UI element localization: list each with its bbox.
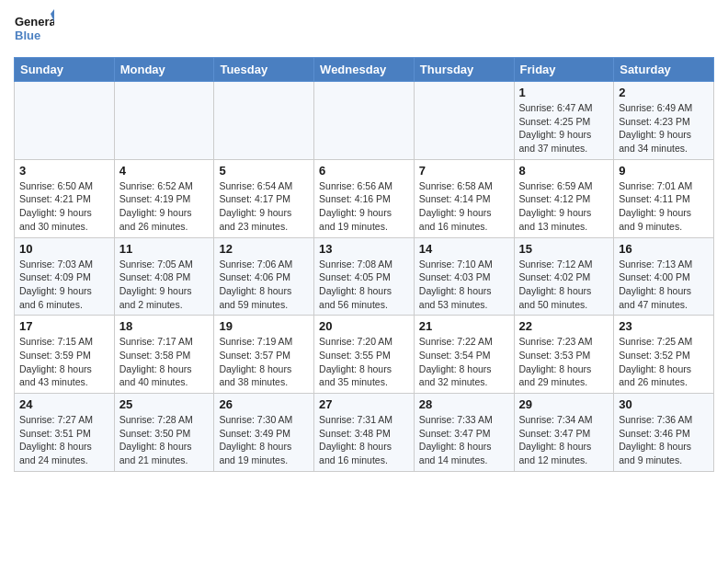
calendar-cell: 24Sunrise: 7:27 AM Sunset: 3:51 PM Dayli… — [15, 394, 115, 472]
day-info: Sunrise: 7:15 AM Sunset: 3:59 PM Dayligh… — [19, 335, 109, 389]
day-number: 29 — [519, 397, 609, 411]
day-info: Sunrise: 7:17 AM Sunset: 3:58 PM Dayligh… — [119, 335, 210, 389]
calendar-week-5: 24Sunrise: 7:27 AM Sunset: 3:51 PM Dayli… — [15, 394, 714, 472]
day-number: 14 — [419, 242, 509, 256]
calendar-week-2: 3Sunrise: 6:50 AM Sunset: 4:21 PM Daylig… — [15, 159, 714, 237]
day-number: 28 — [419, 397, 509, 411]
calendar-header-row: SundayMondayTuesdayWednesdayThursdayFrid… — [15, 58, 714, 82]
calendar-cell: 28Sunrise: 7:33 AM Sunset: 3:47 PM Dayli… — [414, 394, 514, 472]
day-info: Sunrise: 6:56 AM Sunset: 4:16 PM Dayligh… — [319, 179, 409, 234]
calendar-cell: 8Sunrise: 6:59 AM Sunset: 4:12 PM Daylig… — [514, 159, 614, 237]
day-number: 22 — [519, 319, 609, 333]
day-number: 8 — [519, 164, 609, 178]
day-number: 4 — [119, 164, 210, 178]
calendar-cell — [214, 82, 314, 160]
day-info: Sunrise: 7:19 AM Sunset: 3:57 PM Dayligh… — [219, 335, 309, 389]
day-info: Sunrise: 7:08 AM Sunset: 4:05 PM Dayligh… — [319, 258, 409, 312]
day-number: 1 — [519, 86, 609, 99]
calendar-cell: 3Sunrise: 6:50 AM Sunset: 4:21 PM Daylig… — [15, 159, 115, 237]
day-info: Sunrise: 6:50 AM Sunset: 4:21 PM Dayligh… — [19, 179, 109, 234]
day-info: Sunrise: 6:54 AM Sunset: 4:17 PM Dayligh… — [219, 179, 309, 234]
day-number: 15 — [519, 242, 609, 256]
calendar-cell: 25Sunrise: 7:28 AM Sunset: 3:50 PM Dayli… — [114, 394, 214, 472]
calendar-cell: 2Sunrise: 6:49 AM Sunset: 4:23 PM Daylig… — [614, 82, 714, 160]
calendar-cell: 21Sunrise: 7:22 AM Sunset: 3:54 PM Dayli… — [414, 316, 514, 394]
calendar-cell: 9Sunrise: 7:01 AM Sunset: 4:11 PM Daylig… — [614, 159, 714, 237]
day-info: Sunrise: 7:20 AM Sunset: 3:55 PM Dayligh… — [319, 335, 409, 389]
calendar-cell: 11Sunrise: 7:05 AM Sunset: 4:08 PM Dayli… — [114, 237, 214, 316]
calendar-cell — [414, 82, 514, 160]
day-info: Sunrise: 7:23 AM Sunset: 3:53 PM Dayligh… — [519, 335, 609, 389]
calendar-cell — [114, 82, 214, 160]
day-info: Sunrise: 7:13 AM Sunset: 4:00 PM Dayligh… — [619, 258, 709, 312]
day-info: Sunrise: 6:49 AM Sunset: 4:23 PM Dayligh… — [619, 101, 709, 155]
day-info: Sunrise: 7:34 AM Sunset: 3:47 PM Dayligh… — [519, 413, 609, 467]
calendar-cell: 1Sunrise: 6:47 AM Sunset: 4:25 PM Daylig… — [514, 82, 614, 160]
calendar-cell: 6Sunrise: 6:56 AM Sunset: 4:16 PM Daylig… — [314, 159, 415, 237]
page-container: General Blue SundayMondayTuesdayWednesda… — [0, 0, 728, 481]
day-number: 23 — [619, 319, 709, 333]
svg-text:Blue: Blue — [15, 29, 40, 42]
day-number: 5 — [219, 164, 309, 178]
day-number: 21 — [419, 319, 509, 333]
day-header-monday: Monday — [114, 58, 214, 82]
day-number: 20 — [319, 319, 409, 333]
calendar-cell — [15, 82, 115, 160]
day-number: 16 — [619, 242, 709, 256]
calendar-cell: 13Sunrise: 7:08 AM Sunset: 4:05 PM Dayli… — [314, 237, 415, 316]
calendar-cell: 23Sunrise: 7:25 AM Sunset: 3:52 PM Dayli… — [614, 316, 714, 394]
calendar-cell: 17Sunrise: 7:15 AM Sunset: 3:59 PM Dayli… — [15, 316, 115, 394]
page-header: General Blue — [14, 9, 714, 50]
calendar-cell: 19Sunrise: 7:19 AM Sunset: 3:57 PM Dayli… — [214, 316, 314, 394]
calendar-week-3: 10Sunrise: 7:03 AM Sunset: 4:09 PM Dayli… — [15, 237, 714, 316]
day-info: Sunrise: 7:01 AM Sunset: 4:11 PM Dayligh… — [619, 179, 709, 234]
day-info: Sunrise: 7:03 AM Sunset: 4:09 PM Dayligh… — [19, 258, 109, 312]
day-info: Sunrise: 6:52 AM Sunset: 4:19 PM Dayligh… — [119, 179, 210, 234]
day-info: Sunrise: 7:28 AM Sunset: 3:50 PM Dayligh… — [119, 413, 210, 467]
day-number: 7 — [419, 164, 509, 178]
calendar-cell: 22Sunrise: 7:23 AM Sunset: 3:53 PM Dayli… — [514, 316, 614, 394]
calendar-cell: 7Sunrise: 6:58 AM Sunset: 4:14 PM Daylig… — [414, 159, 514, 237]
day-info: Sunrise: 7:27 AM Sunset: 3:51 PM Dayligh… — [19, 413, 109, 467]
day-number: 9 — [619, 164, 709, 178]
calendar-cell: 20Sunrise: 7:20 AM Sunset: 3:55 PM Dayli… — [314, 316, 415, 394]
calendar-cell: 26Sunrise: 7:30 AM Sunset: 3:49 PM Dayli… — [214, 394, 314, 472]
day-number: 25 — [119, 397, 210, 411]
day-info: Sunrise: 6:59 AM Sunset: 4:12 PM Dayligh… — [519, 179, 609, 234]
day-number: 26 — [219, 397, 309, 411]
day-info: Sunrise: 7:12 AM Sunset: 4:02 PM Dayligh… — [519, 258, 609, 312]
day-info: Sunrise: 6:58 AM Sunset: 4:14 PM Dayligh… — [419, 179, 509, 234]
calendar-cell: 10Sunrise: 7:03 AM Sunset: 4:09 PM Dayli… — [15, 237, 115, 316]
calendar-cell: 5Sunrise: 6:54 AM Sunset: 4:17 PM Daylig… — [214, 159, 314, 237]
day-info: Sunrise: 7:31 AM Sunset: 3:48 PM Dayligh… — [319, 413, 409, 467]
day-info: Sunrise: 7:25 AM Sunset: 3:52 PM Dayligh… — [619, 335, 709, 389]
day-header-thursday: Thursday — [414, 58, 514, 82]
calendar-cell: 27Sunrise: 7:31 AM Sunset: 3:48 PM Dayli… — [314, 394, 415, 472]
day-number: 10 — [19, 242, 109, 256]
calendar-cell: 30Sunrise: 7:36 AM Sunset: 3:46 PM Dayli… — [614, 394, 714, 472]
calendar-week-4: 17Sunrise: 7:15 AM Sunset: 3:59 PM Dayli… — [15, 316, 714, 394]
day-info: Sunrise: 7:05 AM Sunset: 4:08 PM Dayligh… — [119, 258, 210, 312]
day-number: 27 — [319, 397, 409, 411]
day-number: 6 — [319, 164, 409, 178]
day-header-tuesday: Tuesday — [214, 58, 314, 82]
calendar-cell — [314, 82, 415, 160]
day-info: Sunrise: 7:30 AM Sunset: 3:49 PM Dayligh… — [219, 413, 309, 467]
day-number: 3 — [19, 164, 109, 178]
day-header-wednesday: Wednesday — [314, 58, 415, 82]
calendar-cell: 12Sunrise: 7:06 AM Sunset: 4:06 PM Dayli… — [214, 237, 314, 316]
day-info: Sunrise: 7:33 AM Sunset: 3:47 PM Dayligh… — [419, 413, 509, 467]
calendar-cell: 4Sunrise: 6:52 AM Sunset: 4:19 PM Daylig… — [114, 159, 214, 237]
calendar-week-1: 1Sunrise: 6:47 AM Sunset: 4:25 PM Daylig… — [15, 82, 714, 160]
day-header-saturday: Saturday — [614, 58, 714, 82]
calendar-cell: 14Sunrise: 7:10 AM Sunset: 4:03 PM Dayli… — [414, 237, 514, 316]
day-number: 11 — [119, 242, 210, 256]
day-header-friday: Friday — [514, 58, 614, 82]
day-header-sunday: Sunday — [15, 58, 115, 82]
day-number: 13 — [319, 242, 409, 256]
calendar-cell: 15Sunrise: 7:12 AM Sunset: 4:02 PM Dayli… — [514, 237, 614, 316]
day-number: 30 — [619, 397, 709, 411]
day-info: Sunrise: 7:36 AM Sunset: 3:46 PM Dayligh… — [619, 413, 709, 467]
day-number: 2 — [619, 86, 709, 99]
day-info: Sunrise: 7:06 AM Sunset: 4:06 PM Dayligh… — [219, 258, 309, 312]
